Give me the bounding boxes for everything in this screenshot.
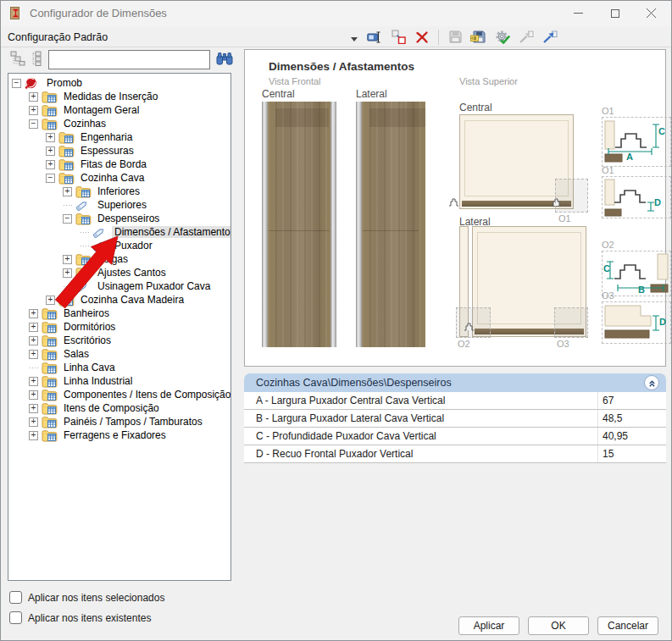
cancel-button[interactable]: Cancelar — [597, 616, 658, 635]
tree-item-label[interactable]: Escritórios — [61, 334, 114, 346]
dimension-value[interactable]: 48,5 — [603, 412, 622, 424]
tree-item-label[interactable]: Ferragens e Fixadores — [61, 429, 169, 441]
tree-item[interactable]: −Despenseiros — [8, 212, 230, 225]
tree-item[interactable]: Puxador — [8, 239, 230, 252]
tree-item[interactable]: +Espessuras — [8, 144, 230, 157]
apply-selected-checkbox-row[interactable]: Aplicar nos itens selecionados — [9, 591, 164, 604]
expand-plus-icon[interactable]: + — [29, 431, 38, 440]
tree-item-label[interactable]: Linha Industrial — [61, 375, 135, 387]
tree-item[interactable]: +Cozinha Cava Madeira — [8, 293, 230, 307]
tree-item-label[interactable]: Componentes / Itens de Composição — [61, 389, 231, 401]
dimension-value[interactable]: 40,95 — [603, 430, 628, 442]
transfer-arrow-icon[interactable] — [541, 28, 559, 47]
expand-plus-icon[interactable]: + — [29, 309, 38, 318]
search-input[interactable] — [48, 50, 210, 69]
tree-item-label[interactable]: Banheiros — [61, 307, 112, 319]
rename-config-icon[interactable] — [365, 28, 384, 47]
dimension-value[interactable]: 15 — [603, 448, 614, 460]
apply-button[interactable]: Aplicar — [458, 616, 519, 635]
expand-plus-icon[interactable]: + — [63, 255, 72, 264]
save-icon[interactable] — [446, 28, 464, 47]
tree-item[interactable]: +Ajustes Cantos — [8, 266, 230, 279]
expand-plus-icon[interactable]: + — [46, 146, 55, 156]
expand-plus-icon[interactable]: + — [29, 323, 38, 332]
expand-plus-icon[interactable]: + — [63, 268, 72, 278]
tree-item-label[interactable]: Superiores — [95, 199, 149, 211]
dimension-value[interactable]: 67 — [603, 395, 614, 406]
tree-item-label[interactable]: Cozinhas — [61, 118, 108, 130]
tree-item[interactable]: Superiores — [8, 198, 230, 212]
tree-item-label[interactable]: Dormitórios — [61, 321, 118, 333]
collapse-minus-icon[interactable]: − — [63, 214, 72, 224]
collapse-all-button[interactable] — [8, 51, 26, 69]
config-select[interactable]: Configuração Padrão — [6, 28, 362, 46]
expand-plus-icon[interactable]: + — [29, 336, 38, 345]
tree-item[interactable]: +Escritórios — [8, 334, 230, 347]
import-arrow-icon[interactable] — [517, 28, 536, 47]
apply-existing-checkbox-row[interactable]: Aplicar nos itens existentes — [9, 611, 151, 624]
tree-item-label[interactable]: Fitas de Borda — [78, 158, 149, 170]
expand-plus-icon[interactable]: + — [46, 133, 55, 142]
expand-plus-icon[interactable]: + — [29, 404, 38, 413]
save-as-icon[interactable] — [469, 28, 488, 47]
checkbox-icon[interactable] — [9, 611, 22, 624]
collapse-section-button[interactable] — [644, 375, 659, 390]
tree-item[interactable]: +Inferiores — [8, 185, 230, 198]
tree-item-label[interactable]: Dimensões / Afastamentos — [112, 226, 231, 238]
tree-item[interactable]: −Cozinha Cava — [8, 171, 230, 185]
expand-plus-icon[interactable]: + — [29, 377, 38, 386]
tree-item[interactable]: +Dormitórios — [8, 320, 230, 334]
tree-item[interactable]: +Itens de Composição — [8, 401, 230, 415]
tree-item-label[interactable]: Medidas de Inserção — [61, 91, 160, 102]
tree-item-label[interactable]: Espessuras — [78, 145, 136, 157]
tree-item-label[interactable]: Cozinha Cava Madeira — [78, 294, 186, 306]
tree-item[interactable]: Linha Cava — [8, 361, 230, 374]
copy-structure-icon[interactable] — [389, 28, 408, 47]
tree-item-label[interactable]: Engenharia — [78, 131, 135, 143]
expand-plus-icon[interactable]: + — [46, 296, 55, 305]
tree-item[interactable]: Dimensões / Afastamentos — [8, 225, 230, 239]
tree-item[interactable]: +Medidas de Inserção — [8, 90, 230, 103]
minimize-button[interactable] — [561, 1, 595, 25]
chevron-down-icon[interactable] — [351, 30, 358, 45]
tree-item[interactable]: +Painéis / Tampos / Tamburatos — [8, 415, 230, 428]
tree-item[interactable]: −Cozinhas — [8, 117, 230, 130]
expand-plus-icon[interactable]: + — [46, 160, 55, 169]
tree-item[interactable]: +Salas — [8, 347, 230, 361]
tree-item-label[interactable]: Despenseiros — [95, 213, 162, 224]
tree-item-label[interactable]: Painéis / Tampos / Tamburatos — [61, 416, 205, 428]
tree-item[interactable]: +Folgas — [8, 252, 230, 266]
tree-item[interactable]: +Engenharia — [8, 130, 230, 144]
collapse-minus-icon[interactable]: − — [12, 79, 21, 88]
tree-item[interactable]: +Banheiros — [8, 307, 230, 320]
tree-item-label[interactable]: Promob — [44, 77, 85, 89]
tree-item[interactable]: +Fitas de Borda — [8, 157, 230, 171]
tree-item-label[interactable]: Montagem Geral — [61, 104, 142, 116]
expand-plus-icon[interactable]: + — [29, 92, 38, 102]
expand-all-button[interactable] — [29, 51, 47, 69]
expand-plus-icon[interactable]: + — [29, 417, 38, 427]
maximize-button[interactable] — [598, 1, 632, 25]
close-button[interactable] — [634, 1, 668, 25]
ok-button[interactable]: OK — [528, 616, 589, 635]
tree-item-label[interactable]: Cozinha Cava — [78, 172, 147, 184]
expand-plus-icon[interactable]: + — [63, 187, 72, 196]
search-button[interactable] — [214, 51, 236, 69]
tree-item-label[interactable]: Puxador — [112, 240, 155, 251]
tree-item-label[interactable]: Ajustes Cantos — [95, 267, 169, 279]
apply-gear-icon[interactable] — [493, 28, 512, 47]
tree-item-label[interactable]: Usinagem Puxador Cava — [95, 280, 213, 292]
tree-item-label[interactable]: Linha Cava — [61, 362, 118, 373]
collapse-minus-icon[interactable]: − — [29, 119, 38, 129]
tree-item[interactable]: Usinagem Puxador Cava — [8, 279, 230, 293]
tree-item[interactable]: +Componentes / Itens de Composição — [8, 388, 230, 401]
expand-plus-icon[interactable]: + — [29, 106, 38, 115]
checkbox-icon[interactable] — [9, 591, 22, 604]
tree-item[interactable]: +Ferragens e Fixadores — [8, 428, 230, 442]
tree-item-label[interactable]: Folgas — [95, 253, 131, 265]
collapse-minus-icon[interactable]: − — [46, 174, 55, 183]
tree-item[interactable]: +Montagem Geral — [8, 103, 230, 117]
tree-item-label[interactable]: Salas — [61, 348, 92, 360]
tree-item[interactable]: −Promob — [8, 76, 230, 90]
tree-item-label[interactable]: Inferiores — [95, 185, 142, 197]
